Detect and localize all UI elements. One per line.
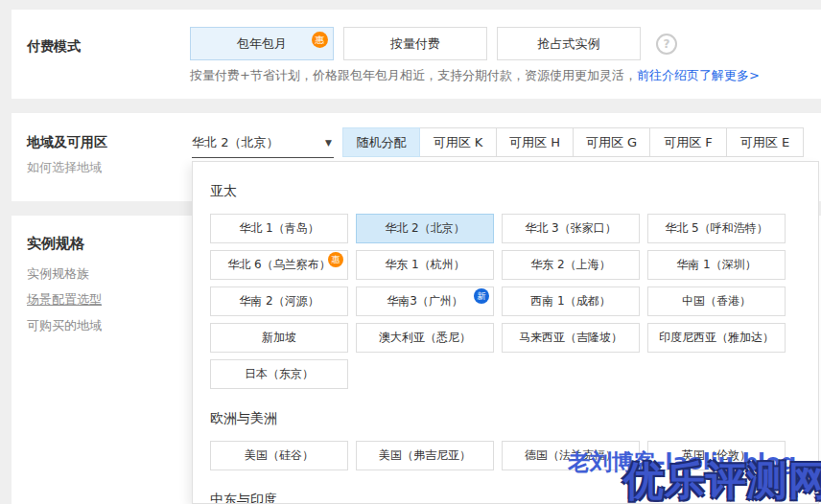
chevron-down-icon: ▼ (325, 138, 334, 148)
region-button[interactable]: 华东 1（杭州） (356, 250, 494, 280)
payment-description: 按量付费+节省计划，价格跟包年包月相近，支持分期付款，资源使用更加灵活，前往介绍… (190, 67, 760, 84)
region-grid: 华北 1（青岛）华北 2（北京）华北 3（张家口）华北 5（呼和浩特）华北 6（… (210, 214, 801, 389)
region-button[interactable]: 华东 2（上海） (502, 250, 640, 280)
region-button[interactable]: 华南 2（河源） (210, 286, 348, 316)
region-button-label: 华北 6（乌兰察布） (227, 257, 330, 273)
zone-tab[interactable]: 可用区 G (573, 127, 650, 157)
region-group-title: 欧洲与美洲 (210, 410, 801, 427)
region-select[interactable]: 华北 2（北京） ▼ (192, 127, 334, 158)
help-icon[interactable]: ? (656, 34, 677, 55)
zone-tab-label: 可用区 F (664, 134, 713, 151)
region-button[interactable]: 新加坡 (210, 323, 348, 353)
region-button[interactable]: 华北 2（北京） (356, 214, 494, 243)
intro-page-link[interactable]: 前往介绍页了解更多> (637, 68, 760, 82)
payment-option-label: 按量付费 (390, 35, 440, 53)
region-button[interactable]: 华北 6（乌兰察布）惠 (210, 250, 348, 280)
region-button-label: 华南3（广州） (387, 293, 463, 309)
region-button[interactable]: 中国（香港） (647, 286, 786, 316)
region-button[interactable]: 澳大利亚（悉尼） (356, 323, 494, 353)
zone-tabs: 随机分配可用区 K可用区 H可用区 G可用区 F可用区 E (343, 127, 804, 157)
payment-option-button[interactable]: 按量付费 (343, 27, 487, 60)
region-button-label: 澳大利亚（悉尼） (379, 330, 471, 346)
region-button-label: 华北 3（张家口） (525, 220, 616, 237)
region-button[interactable]: 华北 3（张家口） (502, 214, 640, 243)
region-button[interactable]: 华南3（广州）新 (356, 286, 494, 316)
payment-option-label: 包年包月 (237, 35, 287, 53)
spec-link[interactable]: 场景配置选型 (27, 291, 102, 309)
payment-option-label: 抢占式实例 (538, 35, 600, 53)
payment-option-button[interactable]: 抢占式实例 (497, 27, 641, 60)
discount-badge-icon: 惠 (312, 32, 328, 48)
instance-spec-links: 实例规格族场景配置选型可购买的地域 (27, 265, 102, 334)
region-button-label: 美国（硅谷） (245, 447, 314, 464)
region-button-label: 华北 5（呼和浩特） (665, 220, 767, 237)
zone-tab-label: 可用区 K (434, 134, 483, 151)
region-button-label: 马来西亚（吉隆坡） (519, 330, 622, 346)
region-zone-label: 地域及可用区 (27, 134, 107, 151)
payment-option-button[interactable]: 包年包月惠 (190, 27, 334, 60)
how-to-choose-region-link[interactable]: 如何选择地域 (27, 159, 102, 176)
region-button[interactable]: 华南 1（深圳） (647, 250, 786, 280)
region-button[interactable]: 印度尼西亚（雅加达） (647, 323, 786, 353)
zone-tab[interactable]: 随机分配 (342, 127, 420, 157)
region-group-title: 亚太 (210, 183, 801, 200)
region-button[interactable]: 华北 1（青岛） (210, 214, 348, 243)
payment-mode-label: 付费模式 (27, 38, 81, 56)
region-button[interactable]: 西南 1（成都） (502, 286, 640, 316)
region-button-label: 华北 2（北京） (385, 220, 464, 237)
payment-options: 包年包月惠按量付费抢占式实例? (190, 27, 677, 60)
zone-tab-label: 随机分配 (357, 134, 407, 151)
new-badge-icon: 新 (474, 288, 489, 304)
zone-tab-label: 可用区 G (586, 134, 637, 151)
zone-tab[interactable]: 可用区 H (496, 127, 574, 157)
region-button-label: 西南 1（成都） (530, 293, 610, 309)
region-button[interactable]: 马来西亚（吉隆坡） (502, 323, 640, 353)
zone-tab-label: 可用区 H (509, 134, 560, 151)
region-button[interactable]: 华北 5（呼和浩特） (647, 214, 786, 243)
payment-description-text: 按量付费+节省计划，价格跟包年包月相近，支持分期付款，资源使用更加灵活， (190, 68, 637, 82)
spec-link[interactable]: 可购买的地域 (27, 317, 102, 334)
region-select-value: 华北 2（北京） (192, 134, 278, 151)
region-button-label: 华北 1（青岛） (239, 220, 318, 237)
watermark-site: 优乐评测网 (623, 454, 821, 504)
region-button-label: 新加坡 (262, 330, 296, 346)
region-button[interactable]: 日本（东京） (210, 359, 348, 389)
zone-tab[interactable]: 可用区 E (726, 127, 804, 157)
payment-mode-card: 付费模式 包年包月惠按量付费抢占式实例? 按量付费+节省计划，价格跟包年包月相近… (12, 10, 821, 99)
discount-badge-icon: 惠 (328, 252, 343, 267)
region-button-label: 华东 1（杭州） (385, 257, 464, 273)
region-button[interactable]: 美国（弗吉尼亚） (356, 441, 494, 470)
region-button[interactable]: 美国（硅谷） (210, 441, 348, 470)
region-button-label: 华南 2（河源） (239, 293, 318, 309)
region-button-label: 中国（香港） (682, 293, 751, 309)
region-button-label: 印度尼西亚（雅加达） (659, 330, 774, 346)
zone-tab[interactable]: 可用区 F (649, 127, 727, 157)
zone-tab[interactable]: 可用区 K (419, 127, 497, 157)
region-button-label: 日本（东京） (245, 366, 314, 382)
zone-tab-label: 可用区 E (740, 134, 789, 151)
spec-link[interactable]: 实例规格族 (27, 265, 102, 283)
region-button-label: 华南 1（深圳） (676, 257, 756, 273)
instance-spec-title: 实例规格 (27, 235, 84, 253)
region-button-label: 美国（弗吉尼亚） (379, 447, 471, 464)
region-button-label: 华东 2（上海） (530, 257, 610, 273)
